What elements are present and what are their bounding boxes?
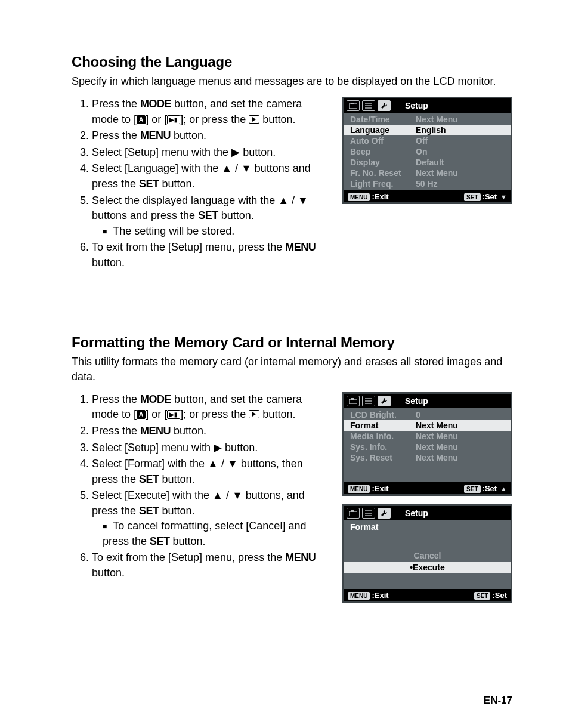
osd-title: Setup [405,101,428,110]
osd-foot-exit: MENU:Exit [348,590,389,600]
osd-row: Date/TimeNext Menu [344,114,511,125]
menu-label: MENU [140,129,171,141]
svg-rect-1 [351,103,354,104]
osd-row-label: Format [350,421,416,430]
step-6: To exit from the [Setup] menu, press the… [92,550,330,581]
osd-row-value: Next Menu [416,442,458,452]
page-number: EN-17 [484,695,512,707]
osd-row: Sys. Info.Next Menu [344,442,511,452]
osd-row-label: Fr. No. Reset [350,168,416,178]
osd-title: Setup [405,396,428,406]
steps-format: Press the MODE button, and set the camer… [72,392,330,581]
list-tab-icon [362,100,375,111]
svg-rect-10 [349,511,357,516]
heading-format: Formatting the Memory Card or Internal M… [72,334,512,351]
osd-row-value: Next Menu [416,453,458,462]
osd-row: LanguageEnglish [344,125,511,135]
setup-tab-icon [378,508,391,519]
osd-setup-format-list: Setup LCD Bright.0FormatNext MenuMedia I… [342,392,512,496]
video-mode-icon: ▶▮ [167,115,180,124]
svg-rect-6 [351,398,354,400]
osd-format-subtitle: Format [344,520,511,539]
svg-rect-5 [349,399,357,404]
osd-row-label: Sys. Info. [350,442,416,452]
play-button-icon [249,410,259,418]
camera-tab-icon [347,396,360,406]
step-6: To exit from the [Setup] menu, press the… [92,240,330,270]
down-arrow-icon: ▼ [500,193,507,200]
osd-execute: •Execute [344,562,511,573]
osd-row-label: Auto Off [350,136,416,146]
osd-row-value: English [416,125,446,135]
osd-row-value: Off [416,136,428,146]
osd-row: Fr. No. ResetNext Menu [344,168,511,178]
osd-cancel: Cancel [344,550,511,562]
set-label: SET [139,178,159,190]
setup-tab-icon [378,100,391,111]
osd-row-value: Next Menu [416,431,458,441]
osd-row: BeepOn [344,146,511,157]
osd-row-label: Date/Time [350,115,416,124]
step-5: Select [Execute] with the ▲ / ▼ buttons,… [92,488,330,549]
step-3: Select [Setup] menu with ▶ button. [92,440,330,456]
svg-rect-0 [349,104,357,109]
auto-mode-icon: A [137,115,146,124]
osd-row: Auto OffOff [344,135,511,146]
osd-row: Media Info.Next Menu [344,431,511,442]
mode-label: MODE [140,98,171,110]
osd-row: LCD Bright.0 [344,409,511,420]
step-1: Press the MODE button, and set the camer… [92,392,330,422]
osd-row-value: On [416,147,427,156]
camera-tab-icon [347,100,360,111]
osd-foot-exit: MENU:Exit [348,483,389,493]
step-3: Select [Setup] menu with the ▶ button. [92,145,330,161]
osd-title: Setup [405,508,428,518]
osd-setup-format-confirm: Setup Format Cancel •Execute MENU:Exit S… [342,504,512,603]
osd-row: Sys. ResetNext Menu [344,452,511,463]
osd-row-label: Light Freq. [350,179,416,189]
heading-language: Choosing the Language [72,54,512,70]
osd-row-label: LCD Bright. [350,410,416,419]
set-label: SET [198,209,218,221]
osd-row-label: Beep [350,147,416,156]
osd-foot-exit: MENU:Exit [348,192,389,201]
step-2: Press the MENU button. [92,128,330,144]
step-4: Select [Format] with the ▲ / ▼ buttons, … [92,456,330,487]
osd-foot-set: SET:Set▼ [464,192,507,201]
osd-row-label: Display [350,158,416,167]
menu-label: MENU [285,241,316,253]
video-mode-icon: ▶▮ [167,410,180,419]
osd-foot-set: SET:Set [474,590,507,600]
step-5-sub: The setting will be stored. [103,224,330,239]
osd-row: FormatNext Menu [344,420,511,431]
osd-row-value: Next Menu [416,168,458,178]
camera-tab-icon [347,508,360,519]
up-arrow-icon: ▲ [500,485,507,492]
osd-row-label: Sys. Reset [350,453,416,462]
osd-row: DisplayDefault [344,157,511,168]
osd-row-label: Media Info. [350,431,416,441]
osd-foot-set: SET:Set▲ [464,483,507,493]
setup-tab-icon [378,396,391,406]
svg-rect-11 [351,510,354,512]
osd-row-value: Next Menu [416,421,458,430]
list-tab-icon [362,508,375,519]
step-1: Press the MODE button, and set the camer… [92,97,330,127]
step-5-sub: To cancel formatting, select [Cancel] an… [103,519,330,549]
osd-row-value: Next Menu [416,115,458,124]
steps-language: Press the MODE button, and set the camer… [72,97,330,270]
osd-row-value: 50 Hz [416,179,438,189]
auto-mode-icon: A [137,410,146,419]
osd-row-value: Default [416,158,444,167]
osd-row: Light Freq.50 Hz [344,178,511,189]
play-button-icon [249,115,259,124]
step-2: Press the MENU button. [92,424,330,439]
intro-format: This utility formats the memory card (or… [72,354,512,384]
intro-language: Specify in which language menus and mess… [72,74,512,88]
step-5: Select the displayed language with the ▲… [92,193,330,239]
osd-row-label: Language [350,125,416,135]
osd-setup-language: Setup Date/TimeNext MenuLanguageEnglishA… [342,97,512,204]
step-4: Select [Language] with the ▲ / ▼ buttons… [92,161,330,192]
osd-row-value: 0 [416,410,420,419]
list-tab-icon [362,396,375,406]
